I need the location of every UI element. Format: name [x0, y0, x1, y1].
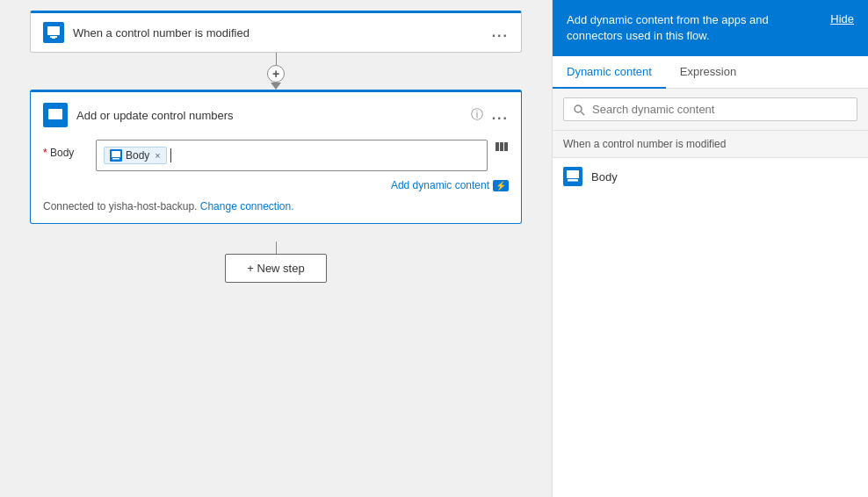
search-input[interactable] [592, 103, 848, 116]
action-icon [43, 103, 68, 127]
search-box [563, 97, 857, 121]
add-dynamic-label: Add dynamic content [391, 179, 489, 191]
body-token-close[interactable]: × [155, 150, 160, 161]
svg-rect-9 [495, 142, 499, 151]
dynamic-content-item-body[interactable]: Body [553, 158, 868, 195]
dynamic-item-body-icon [563, 167, 582, 186]
section-title: When a control number is modified [563, 138, 726, 150]
panel-hide-button[interactable]: Hide [830, 12, 854, 25]
new-step-button[interactable]: + New step [225, 254, 326, 283]
svg-line-13 [582, 112, 585, 115]
body-token-icon [110, 149, 122, 162]
action-header: Add or update control numbers ⓘ ... [43, 103, 509, 127]
body-token-label: Body [126, 149, 149, 162]
panel-header: Add dynamic content from the apps and co… [553, 0, 868, 56]
dynamic-item-body-label: Body [591, 170, 618, 184]
add-dynamic-link-container: Add dynamic content ⚡ [43, 178, 509, 191]
body-field-row: Body Body × [43, 140, 509, 171]
svg-rect-8 [112, 158, 119, 160]
text-cursor [170, 148, 171, 162]
trigger-icon [43, 22, 64, 43]
action-title: Add or update control numbers [76, 109, 471, 122]
body-token: Body × [104, 147, 167, 164]
svg-rect-6 [56, 115, 61, 117]
svg-rect-4 [50, 112, 54, 116]
lightning-icon: ⚡ [493, 180, 509, 191]
action-block: Add or update control numbers ⓘ ... Body… [30, 90, 522, 224]
connection-info: Connected to yisha-host-backup. Change c… [43, 200, 509, 212]
plus-icon: + [272, 67, 279, 81]
svg-rect-10 [500, 142, 503, 151]
search-container [553, 89, 868, 131]
svg-rect-15 [568, 179, 578, 182]
right-panel: Add dynamic content from the apps and co… [552, 0, 868, 497]
svg-rect-14 [567, 170, 579, 178]
tab-dynamic-content[interactable]: Dynamic content [553, 56, 666, 89]
svg-point-12 [575, 105, 582, 112]
action-menu-button[interactable]: ... [492, 107, 509, 123]
panel-header-text: Add dynamic content from the apps and co… [567, 12, 830, 44]
connection-text: Connected to yisha-host-backup. [43, 200, 197, 212]
field-edit-icon[interactable] [495, 140, 509, 156]
body-field-label: Body [43, 140, 96, 159]
svg-rect-7 [112, 151, 120, 157]
svg-rect-0 [47, 26, 60, 35]
body-input-container[interactable]: Body × [96, 140, 488, 171]
main-canvas: When a control number is modified ... + … [0, 0, 552, 497]
connector-line [276, 53, 277, 65]
panel-section-header: When a control number is modified [553, 131, 868, 158]
change-connection-link[interactable]: Change connection. [200, 200, 294, 212]
svg-rect-5 [56, 112, 61, 113]
tab-expression[interactable]: Expression [666, 56, 750, 89]
trigger-block: When a control number is modified ... [30, 11, 522, 53]
svg-rect-2 [52, 38, 55, 39]
action-header-icons: ⓘ ... [471, 107, 509, 123]
connector: + [267, 53, 285, 90]
info-icon[interactable]: ⓘ [471, 107, 483, 123]
connector-arrow [271, 83, 281, 90]
add-dynamic-button[interactable]: Add dynamic content ⚡ [391, 179, 509, 191]
panel-tabs: Dynamic content Expression [553, 56, 868, 89]
search-icon [573, 104, 585, 116]
svg-rect-11 [504, 142, 508, 151]
trigger-menu-button[interactable]: ... [492, 25, 509, 40]
trigger-title: When a control number is modified [73, 26, 492, 40]
new-step-container: + New step [225, 241, 326, 283]
new-step-line [276, 241, 277, 254]
connector-plus[interactable]: + [267, 65, 285, 83]
svg-rect-1 [50, 36, 57, 38]
